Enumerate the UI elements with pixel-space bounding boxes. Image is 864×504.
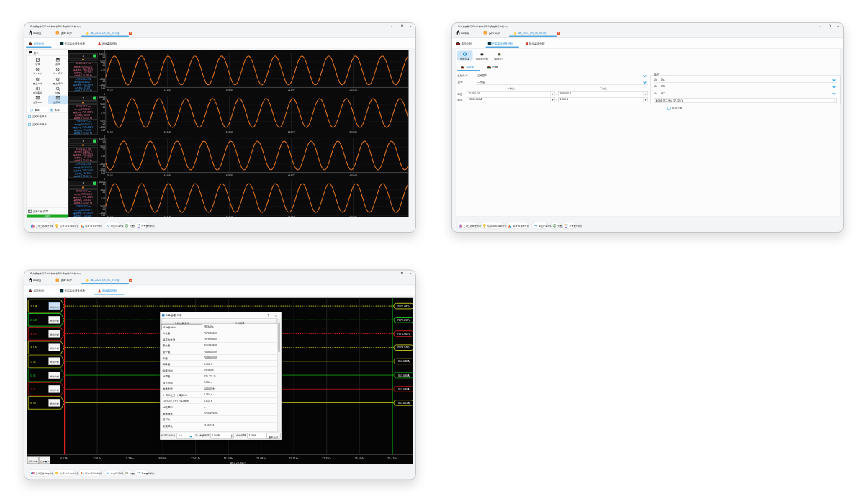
svg-text:4 UN: 4 UN [30, 346, 37, 349]
svg-text:8.580s: 8.580s [158, 457, 166, 460]
svg-text:0.00: 0.00 [101, 112, 105, 115]
svg-text:.00: .00 [102, 98, 106, 101]
svg-text:353.080A: 353.080A [398, 374, 410, 377]
svg-text:121.41: 121.41 [164, 89, 171, 91]
svg-text:353.090A: 353.090A [398, 388, 410, 391]
svg-text:255.25: 255.25 [350, 216, 357, 217]
svg-text:0.00: 0.00 [101, 171, 105, 174]
svg-text:353.051A: 353.051A [398, 402, 410, 405]
svg-text:211.97: 211.97 [288, 216, 295, 217]
svg-text:0.00: 0.00 [101, 214, 105, 217]
svg-text:.00: .00 [102, 148, 106, 151]
svg-text:.00: .00 [102, 183, 106, 186]
svg-text:7071.965V: 7071.965V [397, 333, 410, 336]
svg-text:166.69: 166.69 [226, 89, 233, 91]
svg-text:.00: .00 [102, 55, 106, 58]
svg-text:7071.081V: 7071.081V [397, 305, 410, 308]
svg-text:.00: .00 [102, 140, 106, 143]
svg-text:3 UC: 3 UC [30, 332, 37, 336]
svg-text:5.746s: 5.746s [126, 457, 134, 460]
svg-text:7 IC: 7 IC [30, 387, 36, 391]
svg-text:255.25: 255.25 [350, 131, 357, 134]
svg-text:28.418s: 28.418s [387, 457, 397, 460]
svg-text:2.912s: 2.912s [93, 457, 101, 460]
svg-text:.00: .00 [102, 207, 106, 210]
svg-text:255.25: 255.25 [350, 89, 357, 91]
svg-text:76.12: 76.12 [107, 89, 113, 91]
svg-text:166.69: 166.69 [226, 174, 233, 176]
svg-text:.00: .00 [102, 122, 106, 125]
svg-text:8 IN: 8 IN [30, 401, 36, 405]
svg-text:7072.015V: 7072.015V [397, 319, 410, 322]
svg-text:166.69: 166.69 [226, 216, 233, 217]
svg-text:0.00: 0.00 [101, 155, 105, 158]
svg-text:.00: .00 [102, 191, 106, 194]
svg-text:0.078s: 0.078s [60, 457, 68, 460]
svg-text:76.12: 76.12 [107, 216, 113, 217]
svg-text:6 IB: 6 IB [30, 374, 36, 377]
svg-text:121.41: 121.41 [164, 174, 171, 176]
svg-text:17.082s: 17.082s [256, 457, 266, 460]
svg-text:353.042A: 353.042A [398, 360, 410, 363]
svg-text:.00: .00 [102, 106, 106, 109]
svg-text:211.97: 211.97 [288, 174, 295, 176]
svg-text:25.584s: 25.584s [354, 457, 364, 460]
svg-text:76.12: 76.12 [107, 174, 113, 176]
svg-text:Δt = 28.340 s: Δt = 28.340 s [230, 462, 247, 464]
svg-text:255.25: 255.25 [350, 174, 357, 176]
svg-text:.00: .00 [102, 63, 106, 66]
svg-text:7073.546V: 7073.546V [397, 346, 410, 349]
svg-text:76.12: 76.12 [107, 131, 113, 134]
svg-text:0.00: 0.00 [101, 129, 105, 132]
svg-text:11.414s: 11.414s [191, 457, 200, 460]
svg-text:14.248s: 14.248s [223, 457, 233, 460]
svg-text:166.69: 166.69 [226, 131, 233, 134]
svg-text:211.97: 211.97 [288, 131, 295, 134]
svg-text:0.00: 0.00 [101, 86, 105, 89]
svg-text:121.41: 121.41 [164, 131, 171, 134]
svg-text:.00: .00 [102, 165, 106, 168]
svg-text:5 IA: 5 IA [30, 360, 36, 364]
svg-text:0.00: 0.00 [101, 69, 105, 72]
svg-text:2 UB: 2 UB [30, 318, 37, 322]
svg-text:0.00: 0.00 [101, 197, 105, 200]
svg-text:121.41: 121.41 [164, 216, 171, 217]
svg-text:22.750s: 22.750s [322, 457, 332, 460]
svg-text:211.97: 211.97 [288, 89, 295, 91]
svg-text:19.916s: 19.916s [289, 457, 299, 460]
svg-text:.00: .00 [102, 80, 106, 83]
svg-text:1 UA: 1 UA [30, 305, 37, 308]
